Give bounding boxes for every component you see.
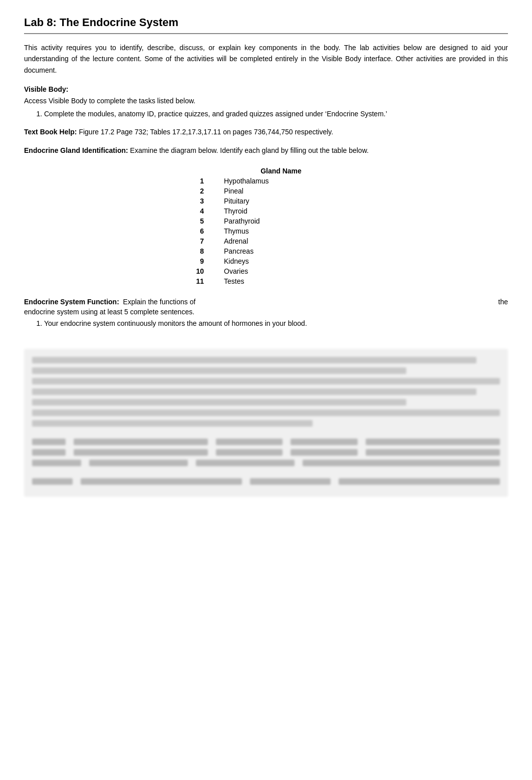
page-title: Lab 8: The Endocrine System [24,16,508,34]
blurred-cell-15 [32,478,73,485]
function-subtitle: endocrine system using at least 5 comple… [24,308,508,316]
blurred-cell-12 [89,460,188,466]
gland-number: 2 [186,186,216,196]
visible-body-text: Access Visible Body to complete the task… [24,97,195,105]
gland-number: 9 [186,256,216,266]
gland-number: 1 [186,176,216,186]
blurred-cell-16 [81,478,242,485]
gland-number: 8 [186,246,216,256]
gland-number-header [186,166,216,176]
blurred-cell-18 [339,478,500,485]
gland-name: Adrenal [216,236,346,246]
table-row: 3Pituitary [186,196,346,206]
blurred-cell-10 [366,449,500,456]
function-intro: Endocrine System Function: Explain the f… [24,296,508,307]
blurred-cell-14 [303,460,500,466]
gland-number: 7 [186,236,216,246]
table-row: 8Pancreas [186,246,346,256]
blurred-cell-2 [74,439,208,445]
blurred-cell-11 [32,460,81,466]
blurred-table-row-3 [32,460,500,466]
function-intro-right-text: the [498,296,508,307]
blurred-content-section [24,349,508,497]
blurred-line-4 [32,388,476,395]
gland-name: Testes [216,276,346,286]
textbook-help-text: Figure 17.2 Page 732; Tables 17.2,17.3,1… [79,128,333,136]
visible-body-list: Complete the modules, anatomy ID, practi… [44,108,508,119]
gland-name: Pituitary [216,196,346,206]
gland-number: 3 [186,196,216,206]
blurred-cell-7 [74,449,208,456]
function-intro-left: Endocrine System Function: Explain the f… [24,296,494,307]
blurred-table-row-4 [32,478,500,485]
gland-name: Kidneys [216,256,346,266]
blurred-line-6 [32,410,500,416]
function-list: Your endocrine system continuously monit… [44,318,508,329]
table-row: 11Testes [186,276,346,286]
blurred-cell-17 [250,478,331,485]
gland-name: Thymus [216,226,346,236]
intro-paragraph: This activity requires you to identify, … [24,42,508,76]
table-row: 6Thymus [186,226,346,236]
gland-number: 10 [186,266,216,276]
table-row: 4Thyroid [186,206,346,216]
gland-table: Gland Name 1Hypothalamus2Pineal3Pituitar… [186,166,346,286]
blurred-cell-1 [32,439,66,445]
blurred-cell-9 [291,449,358,456]
table-row: 1Hypothalamus [186,176,346,186]
function-item-1: Your endocrine system continuously monit… [44,318,508,329]
endocrine-id-label: Endocrine Gland Identification: [24,146,128,154]
gland-name: Ovaries [216,266,346,276]
visible-body-item-1: Complete the modules, anatomy ID, practi… [44,108,508,119]
endocrine-id-text: Examine the diagram below. Identify each… [130,146,369,154]
blurred-line-1 [32,357,476,363]
function-section: Endocrine System Function: Explain the f… [24,296,508,329]
blurred-cell-8 [216,449,283,456]
function-label: Endocrine System Function: [24,298,119,306]
gland-name: Thyroid [216,206,346,216]
blurred-cell-13 [196,460,295,466]
blurred-line-2 [32,367,406,374]
blurred-table-row-1 [32,439,500,445]
gland-number: 4 [186,206,216,216]
blurred-line-7 [32,420,313,427]
gland-name: Pineal [216,186,346,196]
function-intro-left-text: Explain the functions of [123,298,196,306]
table-row: 7Adrenal [186,236,346,246]
gland-name-header: Gland Name [216,166,346,176]
table-row: 10Ovaries [186,266,346,276]
gland-number: 5 [186,216,216,226]
table-row: 5Parathyroid [186,216,346,226]
visible-body-heading: Visible Body: [24,85,68,93]
blurred-table-row-2 [32,449,500,456]
gland-name: Parathyroid [216,216,346,226]
blurred-cell-6 [32,449,66,456]
textbook-help-section: Text Book Help: Figure 17.2 Page 732; Ta… [24,126,508,137]
gland-name: Pancreas [216,246,346,256]
blurred-cell-4 [291,439,358,445]
blurred-line-3 [32,378,500,384]
gland-name: Hypothalamus [216,176,346,186]
gland-table-section: Gland Name 1Hypothalamus2Pineal3Pituitar… [24,166,508,286]
table-row: 9Kidneys [186,256,346,266]
blurred-line-5 [32,399,406,406]
endocrine-id-section: Endocrine Gland Identification: Examine … [24,145,508,156]
visible-body-section: Visible Body: Access Visible Body to com… [24,84,508,119]
table-row: 2Pineal [186,186,346,196]
blurred-cell-5 [366,439,500,445]
blurred-cell-3 [216,439,283,445]
gland-number: 6 [186,226,216,236]
gland-number: 11 [186,276,216,286]
textbook-help-label: Text Book Help: [24,128,77,136]
